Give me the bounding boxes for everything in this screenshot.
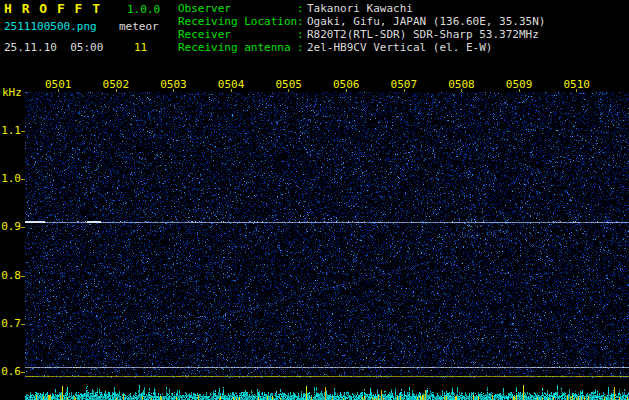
info-label: Receiving antenna <box>178 42 297 55</box>
info-separator: : <box>297 42 307 55</box>
y-tick-label: 1.0 <box>1 173 21 185</box>
info-row: Receiving antenna:2el-HB9CV Vertical (el… <box>178 42 545 55</box>
echo-count: 11 <box>134 42 147 54</box>
app-title: H R O F F T <box>4 3 101 15</box>
y-tick-label: 0.6 <box>1 366 21 378</box>
y-tick-label: 0.7 <box>1 318 21 330</box>
spectrogram-canvas <box>25 92 629 378</box>
header-info-block: Observer:Takanori KawachiReceiving Locat… <box>178 3 545 55</box>
output-filename: 2511100500.png <box>4 21 97 33</box>
y-axis-unit-label: kHz <box>2 87 22 99</box>
signal-level-canvas <box>25 378 629 400</box>
info-value: 2el-HB9CV Vertical (el. E-W) <box>307 42 492 55</box>
app-version: 1.0.0 <box>127 4 160 16</box>
datetime-label: 25.11.10 05:00 <box>4 42 103 54</box>
hrofft-window: H R O F F T 1.0.0 2511100500.png meteor … <box>0 0 629 400</box>
y-tick-label: 1.1 <box>1 125 21 137</box>
y-tick-label: 0.8 <box>1 270 21 282</box>
mode-label: meteor <box>119 21 159 33</box>
y-tick-label: 0.9 <box>1 221 21 233</box>
